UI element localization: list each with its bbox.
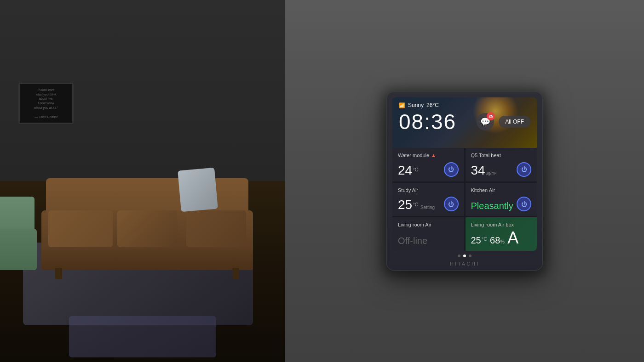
- weather-label: Sunny: [408, 102, 424, 108]
- power-icon: ⏻: [448, 166, 454, 173]
- power-icon-q5: ⏻: [521, 166, 527, 173]
- airbox-title: Living room Air box: [471, 222, 532, 227]
- kitchen-air-status: Pleasantly: [471, 201, 513, 211]
- warning-icon: ▲: [431, 153, 436, 158]
- chair-seat: [0, 229, 37, 270]
- study-air-title: Study Air: [398, 187, 459, 193]
- water-module-title: Water module ▲: [398, 153, 459, 158]
- airbox-humidity: 68%: [490, 235, 505, 246]
- all-off-button[interactable]: All OFF: [499, 116, 530, 128]
- brand-label: HITACHI: [450, 261, 479, 266]
- temperature-label: 26°C: [426, 102, 439, 108]
- device-container: 📶 Sunny 26°C 08:36 💬 25 All OFF: [386, 91, 543, 271]
- kitchen-air-title: Kitchen Air: [471, 187, 532, 193]
- sofa-leg-right: [232, 268, 239, 279]
- time-display: 08:36: [399, 111, 456, 132]
- hitachi-device: 📶 Sunny 26°C 08:36 💬 25 All OFF: [386, 91, 543, 271]
- device-screen: 📶 Sunny 26°C 08:36 💬 25 All OFF: [392, 97, 537, 251]
- screen-header: 📶 Sunny 26°C 08:36 💬 25 All OFF: [392, 97, 537, 148]
- page-dots: [458, 255, 472, 257]
- kitchen-air-value-row: Pleasantly ⏻: [471, 197, 532, 211]
- q5-value-row: 34μg/m³ ⏻: [471, 162, 532, 177]
- throw-pillow: [178, 168, 218, 212]
- q5-total-heat-tile[interactable]: Q5 Total heat 34μg/m³ ⏻: [466, 148, 537, 181]
- living-room-panel: "I don't carewhat you thinkabout me.I do…: [0, 0, 285, 362]
- q5-title: Q5 Total heat: [471, 153, 532, 158]
- power-icon-kitchen: ⏻: [521, 201, 527, 208]
- page-dot-3[interactable]: [469, 255, 472, 257]
- living-room-airbox-tile[interactable]: Living room Air box 25°C 68% A: [466, 217, 537, 251]
- living-room-air-tile[interactable]: Living room Air Off-line: [392, 217, 464, 251]
- water-module-power-btn[interactable]: ⏻: [444, 162, 459, 177]
- picture-frame: "I don't carewhat you thinkabout me.I do…: [18, 83, 74, 124]
- living-room-air-status: Off-line: [398, 236, 427, 246]
- water-module-value-row: 24°C ⏻: [398, 162, 459, 177]
- tiles-grid: Water module ▲ 24°C ⏻: [392, 148, 537, 251]
- green-chair: [0, 201, 46, 270]
- page-dot-1[interactable]: [458, 255, 460, 257]
- page-dot-2[interactable]: [463, 255, 466, 257]
- sofa-cushion-right: [186, 210, 246, 247]
- airbox-grade: A: [507, 230, 518, 246]
- q5-value: 34μg/m³: [471, 164, 496, 177]
- kitchen-air-power-btn[interactable]: ⏻: [517, 197, 531, 211]
- living-room-air-value-row: Off-line: [398, 236, 459, 246]
- airbox-values: 25°C 68% A: [471, 230, 519, 246]
- sofa: [41, 178, 253, 270]
- sofa-cushion-left: [48, 210, 113, 247]
- study-air-tile[interactable]: Study Air 25°C Setting ⏻: [392, 183, 464, 216]
- water-module-value: 24°C: [398, 164, 419, 177]
- wifi-icon: 📶: [399, 102, 405, 108]
- airbox-temp: 25°C: [471, 236, 488, 245]
- q5-power-btn[interactable]: ⏻: [517, 162, 531, 177]
- study-air-power-btn[interactable]: ⏻: [444, 197, 459, 211]
- airbox-value-row: 25°C 68% A: [471, 230, 532, 246]
- water-module-tile[interactable]: Water module ▲ 24°C ⏻: [392, 148, 464, 181]
- secondary-rug: [69, 316, 216, 357]
- sofa-cushion-mid: [117, 210, 177, 247]
- living-room-air-title: Living room Air: [398, 222, 459, 227]
- power-icon-study: ⏻: [448, 201, 454, 208]
- quote-text: "I don't carewhat you thinkabout me.I do…: [34, 88, 58, 119]
- kitchen-air-tile[interactable]: Kitchen Air Pleasantly ⏻: [466, 183, 537, 216]
- sofa-leg-left: [55, 268, 62, 279]
- right-wall-panel: 📶 Sunny 26°C 08:36 💬 25 All OFF: [285, 0, 644, 362]
- study-air-value-row: 25°C Setting ⏻: [398, 197, 459, 211]
- study-air-value: 25°C Setting: [398, 198, 435, 211]
